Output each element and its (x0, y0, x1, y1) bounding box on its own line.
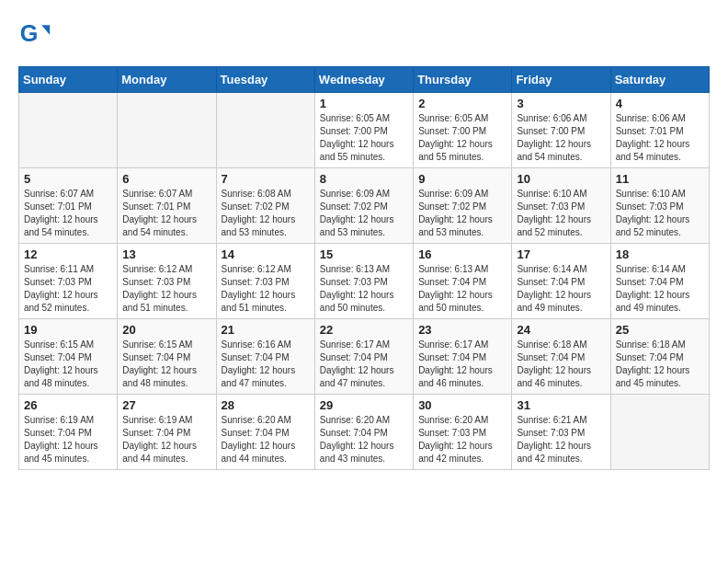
calendar-cell: 4Sunrise: 6:06 AM Sunset: 7:01 PM Daylig… (610, 93, 709, 168)
calendar-cell: 7Sunrise: 6:08 AM Sunset: 7:02 PM Daylig… (216, 168, 314, 244)
weekday-header-tuesday: Tuesday (216, 67, 314, 93)
calendar-cell: 6Sunrise: 6:07 AM Sunset: 7:01 PM Daylig… (118, 168, 216, 244)
calendar-cell: 26Sunrise: 6:19 AM Sunset: 7:04 PM Dayli… (19, 395, 118, 470)
calendar-cell: 24Sunrise: 6:18 AM Sunset: 7:04 PM Dayli… (512, 319, 610, 395)
day-info: Sunrise: 6:09 AM Sunset: 7:02 PM Dayligh… (320, 188, 408, 239)
day-number: 14 (222, 247, 310, 261)
weekday-header-sunday: Sunday (19, 67, 118, 93)
day-number: 13 (122, 247, 210, 261)
day-info: Sunrise: 6:13 AM Sunset: 7:03 PM Dayligh… (320, 263, 408, 315)
day-number: 15 (320, 247, 408, 261)
day-info: Sunrise: 6:18 AM Sunset: 7:04 PM Dayligh… (616, 339, 704, 390)
calendar-week-1: 1Sunrise: 6:05 AM Sunset: 7:00 PM Daylig… (19, 93, 710, 168)
day-number: 4 (616, 97, 704, 110)
day-number: 27 (122, 398, 210, 412)
day-info: Sunrise: 6:06 AM Sunset: 7:01 PM Dayligh… (616, 112, 704, 164)
day-info: Sunrise: 6:20 AM Sunset: 7:03 PM Dayligh… (418, 414, 506, 465)
day-number: 3 (517, 97, 605, 110)
weekday-header-saturday: Saturday (610, 67, 709, 93)
svg-text:G: G (20, 20, 39, 46)
calendar-cell: 29Sunrise: 6:20 AM Sunset: 7:04 PM Dayli… (314, 395, 413, 470)
calendar-cell: 21Sunrise: 6:16 AM Sunset: 7:04 PM Dayli… (216, 319, 314, 395)
calendar-cell: 15Sunrise: 6:13 AM Sunset: 7:03 PM Dayli… (314, 244, 413, 319)
day-info: Sunrise: 6:16 AM Sunset: 7:04 PM Dayligh… (222, 339, 310, 390)
calendar-cell: 27Sunrise: 6:19 AM Sunset: 7:04 PM Dayli… (118, 395, 216, 470)
day-number: 21 (222, 323, 310, 337)
day-number: 16 (418, 247, 506, 261)
day-number: 9 (418, 172, 506, 186)
weekday-header-friday: Friday (512, 67, 610, 93)
calendar-cell: 31Sunrise: 6:21 AM Sunset: 7:03 PM Dayli… (512, 395, 610, 470)
logo: G (18, 18, 55, 52)
day-info: Sunrise: 6:10 AM Sunset: 7:03 PM Dayligh… (517, 188, 605, 239)
day-number: 26 (24, 398, 112, 412)
calendar-cell: 17Sunrise: 6:14 AM Sunset: 7:04 PM Dayli… (512, 244, 610, 319)
day-number: 1 (320, 97, 408, 110)
day-info: Sunrise: 6:20 AM Sunset: 7:04 PM Dayligh… (222, 414, 310, 465)
day-info: Sunrise: 6:17 AM Sunset: 7:04 PM Dayligh… (320, 339, 408, 390)
day-number: 11 (616, 172, 704, 186)
calendar-cell (216, 93, 314, 168)
calendar-cell: 19Sunrise: 6:15 AM Sunset: 7:04 PM Dayli… (19, 319, 118, 395)
calendar-cell: 3Sunrise: 6:06 AM Sunset: 7:00 PM Daylig… (512, 93, 610, 168)
calendar-cell: 2Sunrise: 6:05 AM Sunset: 7:00 PM Daylig… (414, 93, 512, 168)
calendar-cell: 9Sunrise: 6:09 AM Sunset: 7:02 PM Daylig… (414, 168, 512, 244)
calendar-cell (610, 395, 709, 470)
calendar-cell: 20Sunrise: 6:15 AM Sunset: 7:04 PM Dayli… (118, 319, 216, 395)
calendar-cell: 22Sunrise: 6:17 AM Sunset: 7:04 PM Dayli… (314, 319, 413, 395)
day-number: 30 (418, 398, 506, 412)
day-number: 24 (517, 323, 605, 337)
calendar-week-3: 12Sunrise: 6:11 AM Sunset: 7:03 PM Dayli… (19, 244, 710, 319)
weekday-header-monday: Monday (118, 67, 216, 93)
calendar-cell: 14Sunrise: 6:12 AM Sunset: 7:03 PM Dayli… (216, 244, 314, 319)
day-info: Sunrise: 6:12 AM Sunset: 7:03 PM Dayligh… (222, 263, 310, 315)
day-number: 6 (122, 172, 210, 186)
day-number: 28 (222, 398, 310, 412)
calendar-cell: 1Sunrise: 6:05 AM Sunset: 7:00 PM Daylig… (314, 93, 413, 168)
day-info: Sunrise: 6:07 AM Sunset: 7:01 PM Dayligh… (24, 188, 112, 239)
day-number: 12 (24, 247, 112, 261)
page-header: G (18, 18, 710, 52)
day-info: Sunrise: 6:05 AM Sunset: 7:00 PM Dayligh… (418, 112, 506, 164)
calendar-cell (118, 93, 216, 168)
calendar-cell: 23Sunrise: 6:17 AM Sunset: 7:04 PM Dayli… (414, 319, 512, 395)
day-number: 20 (122, 323, 210, 337)
day-info: Sunrise: 6:19 AM Sunset: 7:04 PM Dayligh… (122, 414, 210, 465)
day-info: Sunrise: 6:09 AM Sunset: 7:02 PM Dayligh… (418, 188, 506, 239)
day-info: Sunrise: 6:06 AM Sunset: 7:00 PM Dayligh… (517, 112, 605, 164)
calendar-cell: 10Sunrise: 6:10 AM Sunset: 7:03 PM Dayli… (512, 168, 610, 244)
logo-icon: G (18, 18, 51, 52)
day-number: 5 (24, 172, 112, 186)
day-number: 31 (517, 398, 605, 412)
day-info: Sunrise: 6:11 AM Sunset: 7:03 PM Dayligh… (24, 263, 112, 315)
day-info: Sunrise: 6:13 AM Sunset: 7:04 PM Dayligh… (418, 263, 506, 315)
day-number: 29 (320, 398, 408, 412)
calendar-cell: 8Sunrise: 6:09 AM Sunset: 7:02 PM Daylig… (314, 168, 413, 244)
day-info: Sunrise: 6:14 AM Sunset: 7:04 PM Dayligh… (517, 263, 605, 315)
calendar-cell: 5Sunrise: 6:07 AM Sunset: 7:01 PM Daylig… (19, 168, 118, 244)
calendar-cell: 25Sunrise: 6:18 AM Sunset: 7:04 PM Dayli… (610, 319, 709, 395)
calendar-cell (19, 93, 118, 168)
day-number: 23 (418, 323, 506, 337)
day-info: Sunrise: 6:12 AM Sunset: 7:03 PM Dayligh… (122, 263, 210, 315)
day-info: Sunrise: 6:20 AM Sunset: 7:04 PM Dayligh… (320, 414, 408, 465)
day-number: 10 (517, 172, 605, 186)
calendar-week-5: 26Sunrise: 6:19 AM Sunset: 7:04 PM Dayli… (19, 395, 710, 470)
day-info: Sunrise: 6:15 AM Sunset: 7:04 PM Dayligh… (24, 339, 112, 390)
day-number: 25 (616, 323, 704, 337)
calendar-cell: 11Sunrise: 6:10 AM Sunset: 7:03 PM Dayli… (610, 168, 709, 244)
calendar-cell: 18Sunrise: 6:14 AM Sunset: 7:04 PM Dayli… (610, 244, 709, 319)
calendar-cell: 30Sunrise: 6:20 AM Sunset: 7:03 PM Dayli… (414, 395, 512, 470)
day-info: Sunrise: 6:07 AM Sunset: 7:01 PM Dayligh… (122, 188, 210, 239)
day-info: Sunrise: 6:19 AM Sunset: 7:04 PM Dayligh… (24, 414, 112, 465)
calendar-week-4: 19Sunrise: 6:15 AM Sunset: 7:04 PM Dayli… (19, 319, 710, 395)
day-number: 7 (222, 172, 310, 186)
day-info: Sunrise: 6:17 AM Sunset: 7:04 PM Dayligh… (418, 339, 506, 390)
calendar-cell: 16Sunrise: 6:13 AM Sunset: 7:04 PM Dayli… (414, 244, 512, 319)
day-number: 18 (616, 247, 704, 261)
day-number: 22 (320, 323, 408, 337)
weekday-header-row: SundayMondayTuesdayWednesdayThursdayFrid… (19, 67, 710, 93)
day-number: 8 (320, 172, 408, 186)
calendar-cell: 13Sunrise: 6:12 AM Sunset: 7:03 PM Dayli… (118, 244, 216, 319)
calendar-cell: 28Sunrise: 6:20 AM Sunset: 7:04 PM Dayli… (216, 395, 314, 470)
